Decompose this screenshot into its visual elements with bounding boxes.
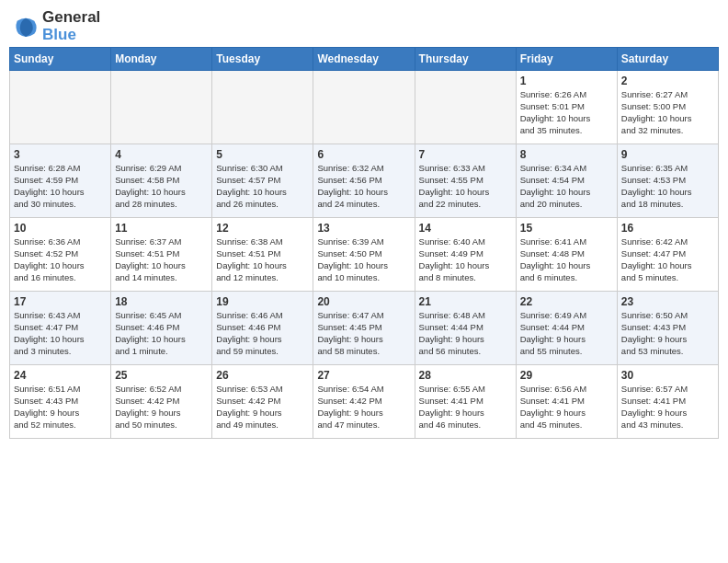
day-number: 26 [216,369,309,382]
day-number: 28 [419,369,512,382]
day-number: 15 [520,222,613,235]
day-cell: 23Sunrise: 6:50 AMSunset: 4:43 PMDayligh… [617,292,718,365]
day-number: 12 [216,222,309,235]
day-number: 21 [419,295,512,308]
weekday-header-thursday: Thursday [415,48,516,71]
day-info: Sunrise: 6:29 AMSunset: 4:58 PMDaylight:… [115,163,208,210]
weekday-header-friday: Friday [516,48,617,71]
day-info: Sunrise: 6:32 AMSunset: 4:56 PMDaylight:… [317,163,410,210]
day-cell: 3Sunrise: 6:28 AMSunset: 4:59 PMDaylight… [10,144,111,218]
day-info: Sunrise: 6:43 AMSunset: 4:47 PMDaylight:… [14,310,107,357]
day-info: Sunrise: 6:37 AMSunset: 4:51 PMDaylight:… [115,236,208,283]
day-cell: 27Sunrise: 6:54 AMSunset: 4:42 PMDayligh… [313,365,415,439]
day-cell [313,71,415,144]
week-row-1: 1Sunrise: 6:26 AMSunset: 5:01 PMDaylight… [10,71,719,144]
week-row-5: 24Sunrise: 6:51 AMSunset: 4:43 PMDayligh… [10,365,719,439]
day-number: 3 [14,148,107,161]
day-cell: 18Sunrise: 6:45 AMSunset: 4:46 PMDayligh… [111,292,212,365]
day-info: Sunrise: 6:56 AMSunset: 4:41 PMDaylight:… [520,384,613,431]
day-number: 8 [520,148,613,161]
day-cell: 10Sunrise: 6:36 AMSunset: 4:52 PMDayligh… [10,218,111,292]
day-info: Sunrise: 6:54 AMSunset: 4:42 PMDaylight:… [317,384,410,431]
day-info: Sunrise: 6:55 AMSunset: 4:41 PMDaylight:… [419,384,512,431]
day-info: Sunrise: 6:34 AMSunset: 4:54 PMDaylight:… [520,163,613,210]
day-number: 5 [216,148,309,161]
day-info: Sunrise: 6:50 AMSunset: 4:43 PMDaylight:… [621,310,714,357]
day-info: Sunrise: 6:38 AMSunset: 4:51 PMDaylight:… [216,236,309,283]
day-number: 4 [115,148,208,161]
day-number: 29 [520,369,613,382]
day-info: Sunrise: 6:39 AMSunset: 4:50 PMDaylight:… [317,236,410,283]
day-cell [111,71,212,144]
day-cell: 22Sunrise: 6:49 AMSunset: 4:44 PMDayligh… [516,292,617,365]
day-info: Sunrise: 6:45 AMSunset: 4:46 PMDaylight:… [115,310,208,357]
day-cell [212,71,313,144]
day-number: 22 [520,295,613,308]
day-number: 11 [115,222,208,235]
weekday-header-saturday: Saturday [617,48,718,71]
day-cell: 30Sunrise: 6:57 AMSunset: 4:41 PMDayligh… [617,365,718,439]
day-info: Sunrise: 6:40 AMSunset: 4:49 PMDaylight:… [419,236,512,283]
weekday-header-wednesday: Wednesday [313,48,415,71]
logo-line1: General [42,9,100,27]
day-cell: 12Sunrise: 6:38 AMSunset: 4:51 PMDayligh… [212,218,313,292]
calendar-table: SundayMondayTuesdayWednesdayThursdayFrid… [9,47,719,439]
logo-area: General Blue [13,9,100,43]
weekday-header-row: SundayMondayTuesdayWednesdayThursdayFrid… [10,48,719,71]
day-info: Sunrise: 6:47 AMSunset: 4:45 PMDaylight:… [317,310,410,357]
day-info: Sunrise: 6:27 AMSunset: 5:00 PMDaylight:… [621,89,714,136]
week-row-3: 10Sunrise: 6:36 AMSunset: 4:52 PMDayligh… [10,218,719,292]
day-cell: 7Sunrise: 6:33 AMSunset: 4:55 PMDaylight… [415,144,516,218]
day-number: 17 [14,295,107,308]
day-cell: 28Sunrise: 6:55 AMSunset: 4:41 PMDayligh… [415,365,516,439]
day-number: 10 [14,222,107,235]
day-cell: 25Sunrise: 6:52 AMSunset: 4:42 PMDayligh… [111,365,212,439]
day-info: Sunrise: 6:28 AMSunset: 4:59 PMDaylight:… [14,163,107,210]
day-cell: 17Sunrise: 6:43 AMSunset: 4:47 PMDayligh… [10,292,111,365]
day-number: 14 [419,222,512,235]
day-cell: 11Sunrise: 6:37 AMSunset: 4:51 PMDayligh… [111,218,212,292]
day-cell: 14Sunrise: 6:40 AMSunset: 4:49 PMDayligh… [415,218,516,292]
day-cell: 9Sunrise: 6:35 AMSunset: 4:53 PMDaylight… [617,144,718,218]
day-cell: 13Sunrise: 6:39 AMSunset: 4:50 PMDayligh… [313,218,415,292]
day-number: 24 [14,369,107,382]
day-cell: 6Sunrise: 6:32 AMSunset: 4:56 PMDaylight… [313,144,415,218]
day-cell: 29Sunrise: 6:56 AMSunset: 4:41 PMDayligh… [516,365,617,439]
day-info: Sunrise: 6:41 AMSunset: 4:48 PMDaylight:… [520,236,613,283]
day-cell: 24Sunrise: 6:51 AMSunset: 4:43 PMDayligh… [10,365,111,439]
day-number: 23 [621,295,714,308]
day-cell: 20Sunrise: 6:47 AMSunset: 4:45 PMDayligh… [313,292,415,365]
day-cell: 16Sunrise: 6:42 AMSunset: 4:47 PMDayligh… [617,218,718,292]
logo-line2: Blue [42,27,100,44]
day-info: Sunrise: 6:33 AMSunset: 4:55 PMDaylight:… [419,163,512,210]
day-cell: 1Sunrise: 6:26 AMSunset: 5:01 PMDaylight… [516,71,617,144]
day-info: Sunrise: 6:36 AMSunset: 4:52 PMDaylight:… [14,236,107,283]
day-info: Sunrise: 6:51 AMSunset: 4:43 PMDaylight:… [14,384,107,431]
day-info: Sunrise: 6:35 AMSunset: 4:53 PMDaylight:… [621,163,714,210]
day-cell [415,71,516,144]
day-info: Sunrise: 6:52 AMSunset: 4:42 PMDaylight:… [115,384,208,431]
day-number: 13 [317,222,410,235]
day-number: 30 [621,369,714,382]
day-cell: 19Sunrise: 6:46 AMSunset: 4:46 PMDayligh… [212,292,313,365]
day-cell: 26Sunrise: 6:53 AMSunset: 4:42 PMDayligh… [212,365,313,439]
day-info: Sunrise: 6:49 AMSunset: 4:44 PMDaylight:… [520,310,613,357]
day-number: 1 [520,75,613,87]
day-cell: 2Sunrise: 6:27 AMSunset: 5:00 PMDaylight… [617,71,718,144]
day-number: 9 [621,148,714,161]
day-cell: 8Sunrise: 6:34 AMSunset: 4:54 PMDaylight… [516,144,617,218]
week-row-4: 17Sunrise: 6:43 AMSunset: 4:47 PMDayligh… [10,292,719,365]
day-number: 25 [115,369,208,382]
day-number: 27 [317,369,410,382]
day-number: 2 [621,75,714,87]
logo-icon [13,14,39,40]
weekday-header-tuesday: Tuesday [212,48,313,71]
day-number: 19 [216,295,309,308]
day-number: 16 [621,222,714,235]
header: General Blue [9,9,719,43]
day-cell: 15Sunrise: 6:41 AMSunset: 4:48 PMDayligh… [516,218,617,292]
day-cell: 5Sunrise: 6:30 AMSunset: 4:57 PMDaylight… [212,144,313,218]
day-number: 20 [317,295,410,308]
day-info: Sunrise: 6:30 AMSunset: 4:57 PMDaylight:… [216,163,309,210]
day-info: Sunrise: 6:53 AMSunset: 4:42 PMDaylight:… [216,384,309,431]
